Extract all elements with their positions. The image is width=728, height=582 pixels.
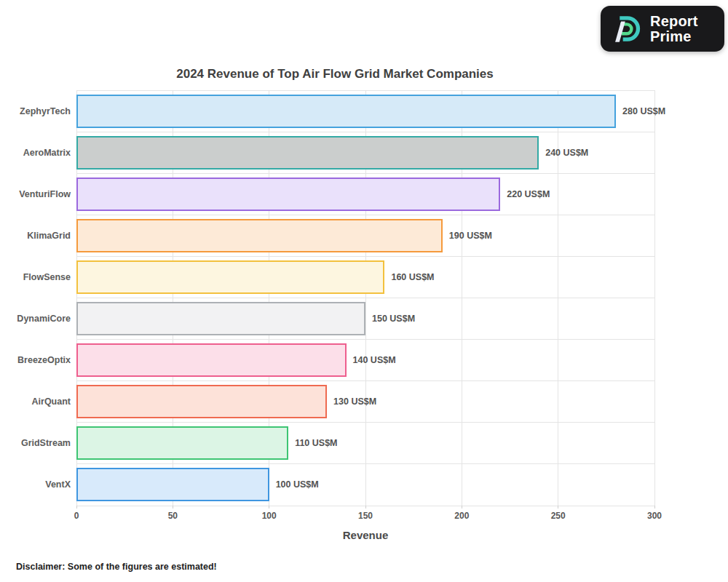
bar [76, 385, 327, 418]
x-tick-mark [654, 506, 655, 509]
bar [76, 260, 384, 294]
bar-value-label: 150 US$M [372, 314, 415, 324]
bar-value-label: 130 US$M [333, 396, 376, 407]
y-axis-label: KlimaGrid [0, 215, 71, 256]
bar [76, 136, 539, 170]
report-chart-page: Report Prime 2024 Revenue of Top Air Flo… [0, 0, 728, 582]
y-axis-label: ZephyrTech [0, 90, 71, 132]
x-tick-mark [269, 506, 269, 509]
bar-value-label: 110 US$M [295, 438, 337, 448]
x-tick-label: 300 [647, 511, 662, 521]
bar-value-label: 100 US$M [276, 479, 319, 490]
report-prime-logo-mark [610, 13, 644, 45]
x-tick-mark [462, 506, 462, 509]
y-axis-label: AirQuant [0, 381, 71, 423]
bar [76, 95, 616, 128]
y-axis-label: BreezeOptix [0, 340, 71, 381]
x-tick-mark [173, 506, 173, 509]
y-axis-label: DynamiCore [0, 298, 71, 340]
bar-value-label: 240 US$M [545, 148, 588, 158]
x-tick-mark [365, 506, 366, 509]
x-tick-mark [76, 506, 77, 509]
report-prime-logo: Report Prime [601, 6, 724, 52]
report-prime-logo-text: Report Prime [650, 14, 698, 44]
bar-value-label: 160 US$M [391, 272, 434, 282]
bar [76, 468, 269, 501]
bar [76, 426, 288, 460]
x-tick-label: 100 [262, 511, 277, 521]
bar [76, 178, 500, 211]
bar [76, 219, 443, 252]
logo-line-1: Report [650, 14, 698, 29]
bar [76, 302, 365, 335]
y-axis-label: VentX [0, 464, 71, 506]
x-tick-label: 150 [358, 511, 373, 521]
grid-line-vertical [654, 90, 655, 506]
y-axis-label: GridStream [0, 423, 71, 464]
plot-area: 280 US$M240 US$M220 US$M190 US$M160 US$M… [76, 90, 654, 506]
y-axis-label: FlowSense [0, 256, 71, 298]
y-axis-label: AeroMatrix [0, 132, 71, 173]
x-tick-label: 200 [454, 511, 469, 521]
bar-value-label: 220 US$M [507, 189, 550, 199]
bar-value-label: 140 US$M [353, 355, 396, 365]
bar-value-label: 280 US$M [622, 106, 665, 116]
x-tick-mark [558, 506, 558, 509]
x-tick-label: 0 [74, 511, 79, 521]
bar-value-label: 190 US$M [449, 231, 492, 241]
x-tick-label: 250 [551, 511, 566, 521]
disclaimer-text: Disclaimer: Some of the figures are esti… [16, 562, 217, 572]
logo-line-2: Prime [650, 29, 698, 44]
y-axis-label: VenturiFlow [0, 173, 71, 215]
chart-title: 2024 Revenue of Top Air Flow Grid Market… [176, 67, 493, 81]
bar [76, 343, 347, 377]
x-axis-title: Revenue [343, 529, 389, 541]
x-tick-label: 50 [168, 511, 178, 521]
